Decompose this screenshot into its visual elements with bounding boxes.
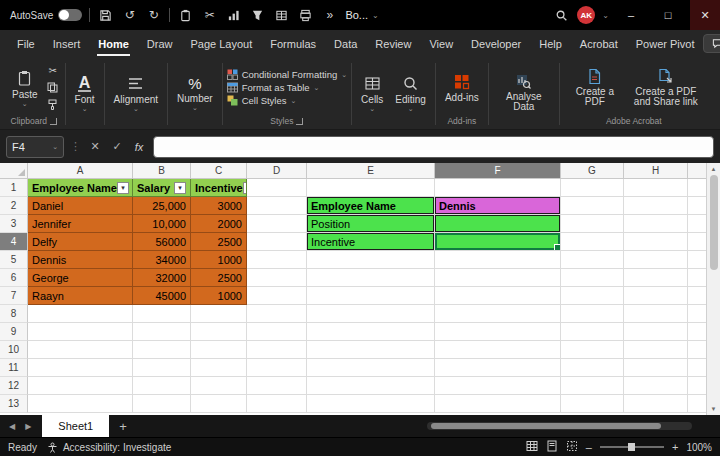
cell-E9[interactable]	[307, 323, 435, 341]
create-pdf-button[interactable]: Create a PDF	[564, 66, 626, 109]
cell-C1[interactable]: Incentive▾	[191, 179, 247, 197]
alignment-button[interactable]: Alignment ⌄	[109, 73, 163, 113]
menu-tab-view[interactable]: View	[420, 30, 462, 57]
row-header-11[interactable]: 11	[0, 359, 28, 377]
paste-button[interactable]: Paste ⌄	[7, 68, 43, 108]
cell-E1[interactable]	[307, 179, 435, 197]
save-icon[interactable]	[97, 7, 114, 24]
cell-F4[interactable]	[435, 233, 561, 251]
row-header-2[interactable]: 2	[0, 197, 28, 215]
cell-E11[interactable]	[307, 359, 435, 377]
cell-F5[interactable]	[435, 251, 561, 269]
copy-button[interactable]	[45, 81, 61, 95]
horizontal-scrollbar[interactable]	[427, 422, 692, 430]
menu-tab-help[interactable]: Help	[530, 30, 571, 57]
menu-tab-developer[interactable]: Developer	[462, 30, 530, 57]
cell-H10[interactable]	[624, 341, 688, 359]
cell-G4[interactable]	[561, 233, 624, 251]
cell-A2[interactable]: Daniel	[28, 197, 133, 215]
cell-H1[interactable]	[624, 179, 688, 197]
zoom-slider-thumb[interactable]	[628, 443, 635, 451]
name-box[interactable]: F4 ⌄	[6, 136, 64, 158]
cell-E5[interactable]	[307, 251, 435, 269]
comments-button[interactable]: Comments	[703, 34, 720, 53]
row-header-5[interactable]: 5	[0, 251, 28, 269]
cell-G8[interactable]	[561, 305, 624, 323]
chart-icon[interactable]	[225, 7, 242, 24]
cell-styles-button[interactable]: Cell Styles ⌄	[227, 95, 347, 106]
cell-G11[interactable]	[561, 359, 624, 377]
cell-A1[interactable]: Employee Name▾	[28, 179, 133, 197]
redo-icon[interactable]: ↻	[145, 7, 162, 24]
cell-B1[interactable]: Salary▾	[133, 179, 191, 197]
cell-C9[interactable]	[191, 323, 247, 341]
cell-B4[interactable]: 56000	[133, 233, 191, 251]
cell-C13[interactable]	[191, 395, 247, 413]
menu-tab-draw[interactable]: Draw	[138, 30, 182, 57]
cancel-icon[interactable]: ✕	[87, 140, 103, 153]
cell-C12[interactable]	[191, 377, 247, 395]
column-header-B[interactable]: B	[133, 163, 191, 179]
cell-D1[interactable]	[247, 179, 307, 197]
cell-E4[interactable]: Incentive	[307, 233, 435, 251]
cell-B8[interactable]	[133, 305, 191, 323]
maximize-button[interactable]: □	[653, 0, 683, 30]
cell-G9[interactable]	[561, 323, 624, 341]
cell-F2[interactable]: Dennis	[435, 197, 561, 215]
cell-C6[interactable]: 2500	[191, 269, 247, 287]
column-header-D[interactable]: D	[247, 163, 307, 179]
cell-B10[interactable]	[133, 341, 191, 359]
row-header-12[interactable]: 12	[0, 377, 28, 395]
column-header-C[interactable]: C	[191, 163, 247, 179]
cell-B7[interactable]: 45000	[133, 287, 191, 305]
cell-F13[interactable]	[435, 395, 561, 413]
format-as-table-button[interactable]: Format as Table ⌄	[227, 82, 347, 93]
cell-F6[interactable]	[435, 269, 561, 287]
page-break-view-icon[interactable]	[566, 440, 578, 454]
scroll-up-icon[interactable]: ▲	[711, 163, 717, 175]
cell-H8[interactable]	[624, 305, 688, 323]
dialog-launcher-icon[interactable]	[50, 118, 57, 125]
menu-tab-acrobat[interactable]: Acrobat	[571, 30, 627, 57]
menu-tab-page-layout[interactable]: Page Layout	[181, 30, 261, 57]
cell-A8[interactable]	[28, 305, 133, 323]
page-layout-view-icon[interactable]	[546, 440, 558, 454]
cell-G12[interactable]	[561, 377, 624, 395]
cell-E7[interactable]	[307, 287, 435, 305]
cell-E10[interactable]	[307, 341, 435, 359]
cell-H7[interactable]	[624, 287, 688, 305]
cut-button[interactable]: ✂	[45, 64, 61, 78]
column-header-H[interactable]: H	[624, 163, 688, 179]
cell-D9[interactable]	[247, 323, 307, 341]
filter-button-B1[interactable]: ▾	[174, 182, 186, 194]
cell-G1[interactable]	[561, 179, 624, 197]
menu-tab-review[interactable]: Review	[366, 30, 420, 57]
cell-G10[interactable]	[561, 341, 624, 359]
cell-A12[interactable]	[28, 377, 133, 395]
cell-F9[interactable]	[435, 323, 561, 341]
cell-B5[interactable]: 34000	[133, 251, 191, 269]
filter-button-A1[interactable]: ▾	[117, 182, 129, 194]
cell-B13[interactable]	[133, 395, 191, 413]
cell-B11[interactable]	[133, 359, 191, 377]
row-header-13[interactable]: 13	[0, 395, 28, 413]
cell-H12[interactable]	[624, 377, 688, 395]
cell-D13[interactable]	[247, 395, 307, 413]
cell-E8[interactable]	[307, 305, 435, 323]
analyse-data-button[interactable]: Analyse Data	[493, 71, 555, 114]
menu-tab-insert[interactable]: Insert	[44, 30, 90, 57]
cell-A6[interactable]: George	[28, 269, 133, 287]
cell-D10[interactable]	[247, 341, 307, 359]
font-button[interactable]: A Font ⌄	[70, 73, 100, 113]
workbook-title[interactable]: Bo... ⌄	[345, 9, 378, 21]
sheet-nav-right-icon[interactable]: ▶	[22, 422, 34, 431]
vertical-scrollbar[interactable]: ▲ ▼	[706, 163, 720, 415]
scroll-down-icon[interactable]: ▼	[711, 403, 717, 415]
sheet-tab-sheet1[interactable]: Sheet1	[42, 415, 109, 437]
cell-H13[interactable]	[624, 395, 688, 413]
cell-H3[interactable]	[624, 215, 688, 233]
cell-A13[interactable]	[28, 395, 133, 413]
filter-icon[interactable]	[249, 7, 266, 24]
menu-tab-power-pivot[interactable]: Power Pivot	[627, 30, 704, 57]
row-header-9[interactable]: 9	[0, 323, 28, 341]
